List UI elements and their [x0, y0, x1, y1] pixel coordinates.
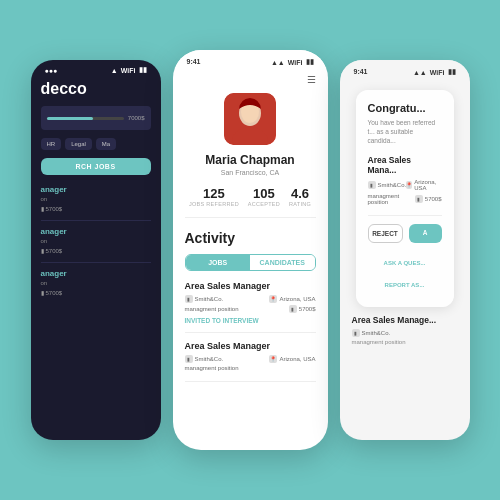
phone-center: 9:41 ▲▲ WiFi ▮▮ ☰	[173, 50, 328, 450]
left-job-3-sub: on	[41, 280, 151, 286]
app-logo: decco	[41, 76, 151, 98]
stat-label-0: JOBS REFERRED	[189, 201, 239, 207]
center-time: 9:41	[187, 58, 201, 66]
left-job-1-sub: on	[41, 196, 151, 202]
left-job-3-salary: ▮ 5700$	[41, 289, 151, 296]
filter-tags: HR Legal Ma	[41, 138, 151, 150]
right-building-icon: ▮	[368, 181, 376, 189]
center-notch	[230, 66, 270, 74]
center-job-2-meta: ▮ Smith&Co. 📍 Arizona, USA	[185, 355, 316, 363]
tag-hr[interactable]: HR	[41, 138, 62, 150]
stats-row: 125 JOBS REFERRED 105 ACCEPTED 4.6 RATIN…	[185, 186, 316, 218]
congrats-subtitle: You have been referred t... as a suitabl…	[368, 118, 442, 145]
tag-ma[interactable]: Ma	[96, 138, 116, 150]
right-job-1-location: 📍 Arizona, USA	[406, 179, 441, 191]
left-status-bar: ●●● ▲ WiFi ▮▮	[31, 60, 161, 76]
stat-rating: 4.6 RATING	[289, 186, 311, 207]
right-job-1-meta: ▮ Smith&Co. 📍 Arizona, USA	[368, 179, 442, 191]
left-job-3-title: anager	[41, 269, 151, 278]
person-location: San Francisco, CA	[185, 169, 316, 176]
congrats-title: Congratu...	[368, 102, 442, 114]
right-phone-content: Congratu... You have been referred t... …	[340, 76, 470, 345]
divider-2	[41, 262, 151, 263]
location-icon: 📍	[269, 295, 277, 303]
right-status-icons: ▲▲ WiFi ▮▮	[413, 68, 456, 76]
menu-icon[interactable]: ☰	[185, 74, 316, 85]
activity-tabs: JOBS CANDIDATES	[185, 254, 316, 271]
center-job-2: Area Sales Manager ▮ Smith&Co. 📍 Arizona…	[185, 341, 316, 382]
ask-question-link[interactable]: ASK A QUES...	[384, 260, 426, 266]
ask-question-row: ASK A QUES...	[368, 251, 442, 269]
salary-bar[interactable]: 7000$	[41, 106, 151, 130]
report-link[interactable]: REPORT AS...	[385, 282, 425, 288]
center-job-2-meta2: managment position	[185, 365, 316, 371]
center-job-1-salary: ▮ 5700$	[289, 305, 316, 313]
left-job-2-sub: on	[41, 238, 151, 244]
tab-candidates[interactable]: CANDIDATES	[250, 255, 315, 270]
location-icon-2: 📍	[269, 355, 277, 363]
divider-1	[41, 220, 151, 221]
salary-track	[47, 117, 124, 120]
right-job-2-title: Area Sales Manage...	[352, 315, 458, 325]
right-time: 9:41	[354, 68, 368, 76]
left-job-1-title: anager	[41, 185, 151, 194]
invited-badge: INVITED TO INTERVIEW	[185, 317, 316, 324]
activity-title: Activity	[185, 230, 316, 246]
report-row: REPORT AS...	[368, 273, 442, 291]
center-job-2-company: ▮ Smith&Co.	[185, 355, 224, 363]
right-job-2-company: ▮ Smith&Co.	[352, 329, 458, 337]
salary-fill	[47, 117, 93, 120]
left-signal: ●●●	[45, 67, 58, 74]
tab-jobs[interactable]: JOBS	[186, 255, 251, 270]
right-salary-icon: ▮	[415, 195, 423, 203]
center-phone-content: ☰ Maria Chapman San Francisco, CA 125	[173, 74, 328, 382]
center-job-2-location: 📍 Arizona, USA	[269, 355, 315, 363]
stat-label-1: ACCEPTED	[248, 201, 280, 207]
left-job-2: anager on ▮ 5700$	[41, 227, 151, 254]
action-row: REJECT A	[368, 224, 442, 243]
building-icon: ▮	[185, 295, 193, 303]
right-job-1-type: managment position	[368, 193, 415, 205]
center-job-1-meta2: managment position ▮ 5700$	[185, 305, 316, 313]
phone-left: ●●● ▲ WiFi ▮▮ decco 7000$ HR Legal Ma RC…	[31, 60, 161, 440]
center-job-1: Area Sales Manager ▮ Smith&Co. 📍 Arizona…	[185, 281, 316, 333]
left-phone-content: decco 7000$ HR Legal Ma RCH JOBS anager …	[31, 76, 161, 296]
stat-num-0: 125	[189, 186, 239, 201]
right-job-1-company: ▮ Smith&Co.	[368, 179, 407, 191]
center-job-2-title: Area Sales Manager	[185, 341, 316, 351]
avatar-wrapper	[185, 93, 316, 145]
right-job-1-salary: ▮ 5700$	[415, 193, 442, 205]
tag-legal[interactable]: Legal	[65, 138, 92, 150]
left-job-3: anager on ▮ 5700$	[41, 269, 151, 296]
salary-icon: ▮	[289, 305, 297, 313]
left-status-icons: ▲ WiFi ▮▮	[111, 66, 147, 74]
stat-jobs-referred: 125 JOBS REFERRED	[189, 186, 239, 207]
search-jobs-button[interactable]: RCH JOBS	[41, 158, 151, 175]
person-name: Maria Chapman	[185, 153, 316, 167]
center-job-1-location: 📍 Arizona, USA	[269, 295, 315, 303]
right-job-1-meta2: managment position ▮ 5700$	[368, 193, 442, 205]
building-icon-2: ▮	[185, 355, 193, 363]
phones-container: ●●● ▲ WiFi ▮▮ decco 7000$ HR Legal Ma RC…	[0, 0, 500, 500]
stat-accepted: 105 ACCEPTED	[248, 186, 280, 207]
right-job-2-type: managment position	[352, 339, 458, 345]
left-job-1: anager on ▮ 5700$	[41, 185, 151, 212]
user-avatar	[224, 93, 276, 145]
stat-num-1: 105	[248, 186, 280, 201]
center-job-1-company: ▮ Smith&Co.	[185, 295, 224, 303]
right-job-1-title: Area Sales Mana...	[368, 155, 442, 175]
reject-button[interactable]: REJECT	[368, 224, 403, 243]
left-job-2-salary: ▮ 5700$	[41, 247, 151, 254]
right-job-2-card: Area Sales Manage... ▮ Smith&Co. managme…	[348, 315, 462, 345]
left-job-2-title: anager	[41, 227, 151, 236]
center-job-2-type: managment position	[185, 365, 239, 371]
left-job-1-salary: ▮ 5700$	[41, 205, 151, 212]
right-building-icon-2: ▮	[352, 329, 360, 337]
right-location-icon: 📍	[406, 181, 412, 189]
center-job-1-meta: ▮ Smith&Co. 📍 Arizona, USA	[185, 295, 316, 303]
salary-label: 7000$	[128, 115, 145, 121]
modal-card: Congratu... You have been referred t... …	[356, 90, 454, 307]
right-job-1: Area Sales Mana... ▮ Smith&Co. 📍 Arizona…	[368, 155, 442, 216]
accept-button[interactable]: A	[409, 224, 442, 243]
stat-label-2: RATING	[289, 201, 311, 207]
